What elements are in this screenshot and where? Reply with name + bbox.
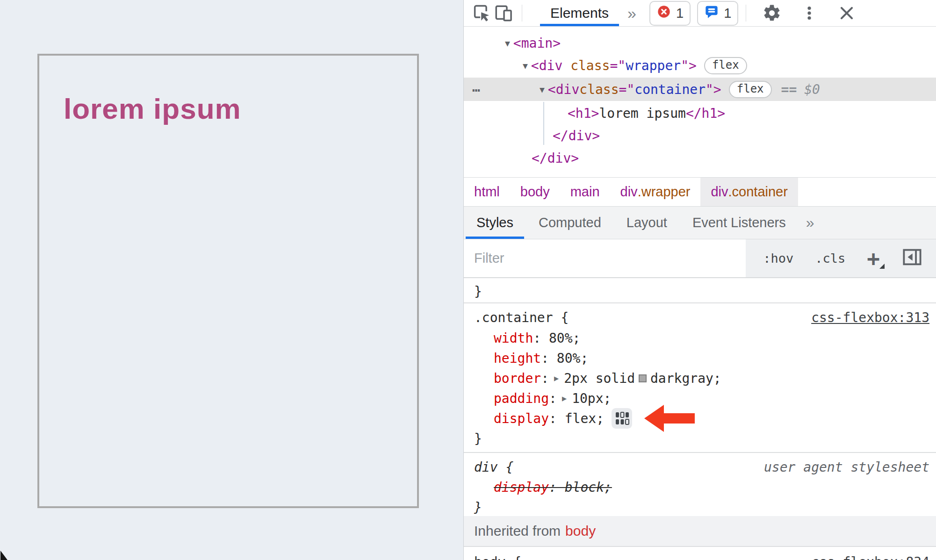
tab-computed[interactable]: Computed [526, 207, 614, 239]
error-counter-button[interactable]: 1 [649, 1, 691, 26]
breadcrumb-body[interactable]: body [510, 178, 560, 206]
css-property-height[interactable]: height: 80%; [494, 348, 588, 368]
node-menu-dots[interactable]: … [472, 79, 482, 95]
property-name[interactable]: display [494, 480, 549, 495]
css-property-width[interactable]: width: 80%; [494, 328, 580, 348]
property-value[interactable]: 2px solid [564, 371, 635, 386]
property-value[interactable]: 10px; [572, 391, 611, 406]
flex-badge[interactable]: flex [704, 57, 747, 74]
css-property-padding[interactable]: padding:▶10px; [494, 388, 611, 409]
property-value[interactable]: : 80%; [533, 330, 580, 346]
tab-event-listeners[interactable]: Event Listeners [680, 207, 799, 239]
breadcrumb-main[interactable]: main [560, 178, 610, 206]
stylesheet-source-link[interactable]: css-flexbox:834 [811, 552, 929, 560]
breadcrumb-div-container[interactable]: div.container [700, 178, 798, 206]
property-value[interactable]: : 80%; [541, 351, 588, 366]
tab-elements[interactable]: Elements [538, 0, 621, 26]
toggle-classes-button[interactable]: .cls [815, 251, 845, 266]
container-tag-close: "> [706, 82, 721, 97]
close-div-tag: </div> [532, 151, 579, 166]
inherited-from-header: Inherited from body [464, 516, 936, 547]
more-panels-chevron-icon[interactable]: » [621, 4, 643, 22]
css-property-display[interactable]: display: flex; [494, 408, 695, 429]
tab-styles[interactable]: Styles [464, 207, 526, 239]
breadcrumb-html[interactable]: html [464, 178, 510, 206]
close-devtools-icon[interactable] [836, 2, 857, 24]
dom-row-wrapper[interactable]: ▼ <div class="wrapper"> flex [523, 55, 747, 76]
tab-label: Layout [626, 215, 667, 230]
screenshot-root: lorem ipsum Elements [0, 0, 936, 560]
expand-shorthand-icon[interactable]: ▶ [554, 373, 559, 383]
crumb-tag: div [620, 184, 638, 200]
property-value[interactable]: : flex; [549, 411, 604, 426]
container-eq: =" [619, 82, 635, 97]
stylesheet-source-link[interactable]: css-flexbox:313 [811, 307, 929, 328]
filter-input[interactable] [474, 251, 746, 266]
crumb-label: body [520, 184, 550, 200]
crumb-label: html [474, 184, 500, 200]
css-property-border[interactable]: border:▶2px soliddarkgray; [494, 368, 721, 388]
collapse-arrow-icon[interactable]: ▼ [523, 61, 528, 71]
ua-rule-selector[interactable]: div { [474, 457, 513, 477]
tab-layout[interactable]: Layout [614, 207, 680, 239]
property-value[interactable]: : block; [549, 480, 612, 495]
css-property-display-overridden[interactable]: display: block; [494, 477, 612, 497]
dom-row-h1[interactable]: <h1>lorem ipsum</h1> [568, 103, 725, 123]
device-toolbar-icon[interactable] [493, 2, 514, 24]
new-style-rule-button[interactable]: + [867, 249, 880, 268]
property-name[interactable]: width [494, 330, 533, 346]
active-tab-indicator [466, 237, 524, 239]
dom-row-container-selected[interactable]: … ▼ <div class="container"> flex == $0 [464, 78, 936, 101]
issue-counter-button[interactable]: 1 [697, 1, 738, 26]
toolbar-separator [522, 5, 522, 22]
property-value[interactable]: darkgray; [650, 371, 721, 386]
issue-count: 1 [724, 6, 731, 21]
flex-badge[interactable]: flex [729, 81, 772, 98]
expand-shorthand-icon[interactable]: ▶ [562, 394, 567, 403]
devtools-toolbar: Elements » 1 [464, 0, 936, 27]
settings-gear-icon[interactable] [761, 2, 783, 24]
container-rule-selector[interactable]: .container { [474, 307, 569, 328]
property-name[interactable]: padding [494, 391, 549, 406]
closing-brace: } [474, 431, 482, 446]
toggle-sidebar-panel-icon[interactable] [901, 246, 923, 271]
color-swatch[interactable] [639, 374, 647, 382]
closing-brace: } [474, 500, 482, 515]
property-name[interactable]: height [494, 351, 541, 366]
dom-row-close-div-inner[interactable]: </div> [553, 125, 600, 146]
inherited-label: Inherited from [474, 523, 561, 539]
error-icon [656, 4, 671, 22]
inspect-element-icon[interactable] [471, 2, 493, 24]
kebab-menu-icon[interactable] [799, 2, 820, 24]
property-name[interactable]: display [494, 411, 549, 426]
colon: : [541, 371, 549, 386]
container-rule-close: } [474, 428, 482, 449]
dom-row-close-div-outer[interactable]: </div> [532, 148, 579, 168]
collapse-arrow-icon[interactable]: ▼ [505, 38, 510, 48]
selector-text: div { [474, 459, 513, 475]
inherited-target-link[interactable]: body [565, 523, 596, 539]
filter-field-wrap [464, 239, 746, 277]
flex-editor-button[interactable] [612, 408, 632, 429]
property-name[interactable]: border [494, 371, 541, 386]
active-tab-indicator [540, 24, 619, 26]
body-rule-selector[interactable]: body { [474, 552, 521, 560]
plus-icon: + [867, 246, 880, 271]
tab-elements-label: Elements [550, 5, 609, 21]
annotation-red-arrow [644, 405, 695, 432]
styles-filter-bar: :hov .cls + [464, 239, 936, 278]
breadcrumb-div-wrapper[interactable]: div.wrapper [610, 178, 701, 206]
dom-tree: ▼ <main> ▼ <div class="wrapper"> flex … … [464, 27, 936, 177]
h1-text: lorem ipsum [599, 106, 685, 121]
container-attr-value: container [634, 82, 706, 97]
tab-label: Event Listeners [692, 215, 786, 230]
collapse-arrow-icon[interactable]: ▼ [540, 85, 545, 94]
dom-row-main[interactable]: ▼ <main> [505, 33, 561, 53]
rendered-page: lorem ipsum [0, 0, 463, 560]
tab-label: Styles [476, 215, 513, 230]
h1-close-tag: </h1> [686, 106, 725, 121]
selector-text: body { [474, 554, 521, 560]
more-sidebar-tabs-chevron-icon[interactable]: » [799, 214, 822, 231]
console-reference: $0 [804, 82, 820, 97]
toggle-hover-state-button[interactable]: :hov [763, 251, 793, 266]
